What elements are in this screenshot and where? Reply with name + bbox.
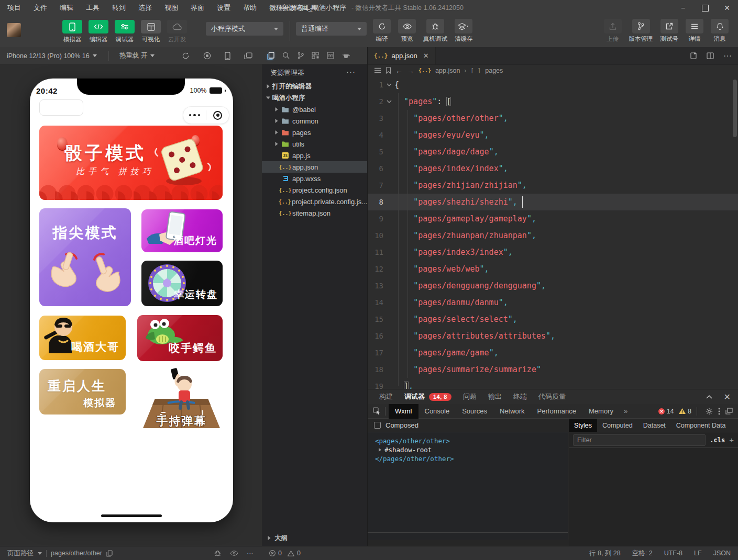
forward-icon[interactable]: → [407, 66, 414, 75]
bookmark-icon[interactable] [385, 67, 391, 74]
git-icon[interactable] [298, 52, 304, 60]
more-tabs-icon[interactable]: » [624, 407, 627, 415]
mini-input-box[interactable] [39, 99, 83, 116]
code-line-9[interactable]: 9 "pages/gameplay/gameplay", [368, 210, 738, 227]
page-path-label[interactable]: 页面路径 [7, 549, 34, 558]
maximize-button[interactable] [694, 0, 716, 16]
wxml-close-tag[interactable]: </pages/other/other> [375, 454, 568, 463]
menu-item-视图[interactable]: 视图 [164, 3, 178, 13]
preview-button[interactable]: 预览 [398, 19, 416, 43]
device-selector[interactable]: iPhone 12/13 (Pro) 100% 16 [7, 52, 97, 60]
files-icon[interactable] [267, 52, 274, 60]
split-editor-icon[interactable] [707, 52, 714, 59]
devtools-tab-wxml[interactable]: Wxml [389, 404, 418, 419]
tile-dice-mode[interactable]: 骰子模式 比手气 拼技巧 [39, 126, 223, 200]
simulator-toggle-button[interactable]: 模拟器 [62, 20, 83, 43]
menu-item-文件[interactable]: 文件 [34, 3, 47, 13]
user-avatar[interactable] [7, 23, 21, 37]
cloud-dev-toggle-button[interactable]: 云开发 [167, 20, 188, 43]
miniprogram-capsule[interactable] [183, 106, 229, 124]
menu-item-转到[interactable]: 转到 [112, 3, 126, 13]
device-debug-button[interactable]: 真机调试 [423, 19, 447, 43]
details-button[interactable]: 详情 [686, 19, 703, 43]
code-line-7[interactable]: 7 "pages/zhijian/zhijian", [368, 177, 738, 194]
more-icon[interactable]: ··· [247, 550, 254, 557]
code-line-11[interactable]: 11 "pages/index3/index", [368, 244, 738, 261]
tree-item-app.json[interactable]: {..}app.json [262, 161, 367, 173]
compile-mode-dropdown[interactable]: 普通编译 [296, 22, 367, 36]
menu-item-设置[interactable]: 设置 [217, 3, 230, 13]
style-filter-input[interactable] [573, 434, 706, 446]
panel-tab-代码质量[interactable]: 代码质量 [538, 392, 566, 401]
wxml-open-tag[interactable]: <pages/other/other> [375, 436, 568, 445]
test-account-button[interactable]: 测试号 [660, 19, 679, 43]
code-line-3[interactable]: 3 "pages/other/other", [368, 110, 738, 127]
tree-item-sitemap.json[interactable]: {..}sitemap.json [262, 207, 367, 219]
panel-tab-问题[interactable]: 问题 [463, 392, 477, 401]
code-line-1[interactable]: 1{ [368, 76, 738, 93]
minimize-button[interactable]: − [672, 0, 694, 16]
code-line-16[interactable]: 16 "pages/attributes/attributes", [368, 328, 738, 344]
tree-item-common[interactable]: common [262, 115, 367, 127]
status-warning-count[interactable]: 0 [297, 550, 301, 557]
encoding[interactable]: UTF-8 [664, 550, 682, 557]
collapse-panel-icon[interactable] [706, 395, 712, 399]
language-mode[interactable]: JSON [713, 550, 731, 557]
tree-item-app.wxss[interactable]: app.wxss [262, 173, 367, 184]
inspect-element-icon[interactable] [373, 407, 381, 415]
close-tab-icon[interactable]: ✕ [423, 52, 429, 60]
close-button[interactable]: ✕ [716, 0, 738, 16]
status-error-count[interactable]: 0 [278, 550, 282, 557]
tree-section-project-root[interactable]: 喝酒小程序 [262, 92, 367, 104]
outline-section[interactable]: 大纲 [262, 532, 367, 544]
editor-scrollbar[interactable] [733, 80, 737, 137]
composed-checkbox[interactable] [374, 422, 381, 429]
styles-tab-dataset[interactable]: Dataset [638, 419, 671, 432]
visualization-toggle-button[interactable]: 可视化 [140, 20, 161, 43]
cursor-position[interactable]: 行 8, 列 28 [589, 549, 621, 558]
menu-item-工具[interactable]: 工具 [86, 3, 100, 13]
eye-icon[interactable] [230, 551, 238, 556]
menu-item-编辑[interactable]: 编辑 [60, 3, 73, 13]
upload-button[interactable]: 上传 [604, 19, 622, 43]
fold-icon[interactable] [383, 100, 394, 104]
tile-restart-life[interactable]: 重启人生 模拟器 [39, 369, 126, 415]
search-icon[interactable] [282, 52, 290, 59]
tree-item-@babel[interactable]: @babel [262, 104, 367, 115]
tile-lucky-wheel[interactable]: 幸运转盘 [141, 261, 223, 306]
fold-icon[interactable] [383, 83, 394, 87]
code-line-2[interactable]: 2 "pages": [ [368, 93, 738, 110]
eol-setting[interactable]: LF [694, 550, 702, 557]
code-line-14[interactable]: 14 "pages/danmu/danmu", [368, 294, 738, 311]
code-line-4[interactable]: 4 "pages/eyu/eyu", [368, 127, 738, 143]
tree-item-project.private.config.js...[interactable]: {..}project.private.config.js... [262, 196, 367, 207]
more-dots-icon[interactable] [183, 114, 206, 117]
indent-setting[interactable]: 空格: 2 [632, 549, 653, 558]
menu-item-选择[interactable]: 选择 [138, 3, 152, 13]
tree-section-open-editors[interactable]: 打开的编辑器 [262, 81, 367, 92]
menu-item-界面[interactable]: 界面 [191, 3, 204, 13]
styles-tab-component-data[interactable]: Component Data [671, 419, 731, 432]
code-line-10[interactable]: 10 "pages/zhuanpan/zhuanpan", [368, 227, 738, 244]
panel-tab-终端[interactable]: 终端 [513, 392, 527, 401]
tree-item-pages[interactable]: pages [262, 127, 367, 138]
code-line-6[interactable]: 6 "pages/index/index", [368, 160, 738, 177]
devtools-tab-network[interactable]: Network [493, 404, 531, 419]
more-actions-icon[interactable]: ··· [723, 51, 732, 61]
code-line-17[interactable]: 17 "pages/game/game", [368, 344, 738, 361]
version-control-button[interactable]: 版本管理 [629, 19, 653, 43]
menu-item-项目[interactable]: 项目 [7, 3, 21, 13]
record-icon[interactable] [203, 52, 211, 60]
panel-tab-调试器[interactable]: 调试器14, 8 [404, 392, 451, 401]
menu-item-帮助[interactable]: 帮助 [243, 3, 257, 13]
hot-reload-selector[interactable]: 热重载 开 [108, 51, 155, 61]
cls-button[interactable]: .cls [710, 436, 725, 444]
back-icon[interactable]: ← [395, 66, 403, 75]
breadcrumb[interactable]: ← → {..} app.json › [ ] pages [368, 64, 738, 76]
compile-button[interactable]: 编译 [373, 19, 391, 43]
add-style-icon[interactable]: + [729, 435, 734, 444]
tile-bar-light[interactable]: 酒吧灯光 [141, 209, 223, 252]
error-count[interactable]: 14 [658, 408, 674, 415]
exit-circle-icon[interactable] [206, 111, 229, 120]
code-area[interactable]: 1{2 "pages": [3 "pages/other/other",4 "p… [368, 76, 738, 389]
